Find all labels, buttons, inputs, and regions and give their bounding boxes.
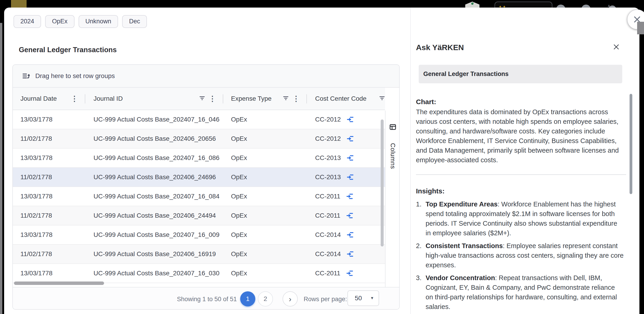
columns-panel-icon (389, 123, 396, 132)
showing-range-text: Showing 1 to 50 of 51 (177, 296, 237, 303)
insight-lead: Consistent Transactions (426, 242, 503, 249)
columns-side-tab[interactable]: Columns (385, 111, 400, 310)
drill-into-icon[interactable] (346, 270, 353, 276)
cell-journal-date: 11/02/1778 (13, 245, 85, 263)
insight-number: 2. (416, 241, 426, 270)
table-row[interactable]: 11/02/1778 UC-999 Actual Costs Base_2024… (13, 206, 385, 225)
cell-cost-center-code: CC-2011 (307, 187, 385, 206)
cell-journal-date: 13/03/1778 (13, 225, 85, 244)
cell-journal-id: UC-999 Actual Costs Base_202407_16_009 (85, 225, 223, 244)
drill-into-icon[interactable] (347, 232, 354, 238)
vertical-scrollbar-thumb[interactable] (381, 120, 384, 247)
cell-cost-center-code: CC-2013 (307, 149, 385, 167)
cell-journal-id: UC-999 Actual Costs Base_202407_16_046 (85, 110, 223, 129)
page-button-2[interactable]: 2 (258, 291, 273, 307)
background-circle-icon (556, 4, 566, 7)
column-menu-icon[interactable]: ⋮ (209, 95, 216, 102)
table-row[interactable]: 13/03/1778 UC-999 Actual Costs Base_2024… (13, 187, 385, 206)
rows-per-page-select[interactable]: 50 ▼ (348, 291, 379, 306)
chip-expense-type[interactable]: OpEx (45, 15, 74, 28)
context-reference-label: General Ledger Transactions (423, 70, 508, 78)
chart-heading: Chart (416, 98, 434, 106)
section-divider (416, 174, 626, 175)
background-app-topbar: FinOne ✦ ✦ ▲ (0, 0, 644, 7)
cell-cost-center-code: CC-2012 (307, 110, 385, 129)
ask-yarken-pill-button: ✦ ✦ (494, 1, 552, 7)
header-journal-id[interactable]: Journal ID ⋮ (85, 88, 223, 110)
finone-logo: FinOne (465, 1, 480, 7)
cell-journal-date: 11/02/1778 (13, 168, 85, 186)
cell-expense-type: OpEx (223, 245, 307, 263)
page-button-1[interactable]: 1 (240, 291, 255, 307)
cell-expense-type: OpEx (223, 225, 307, 244)
chip-unknown[interactable]: Unknown (78, 15, 118, 28)
table-row[interactable]: 13/03/1778 UC-999 Actual Costs Base_2024… (13, 149, 385, 168)
insight-item: 2. Consistent Transactions: Employee sal… (416, 241, 624, 270)
filter-icon[interactable] (283, 95, 289, 103)
cell-journal-date: 11/02/1778 (13, 129, 85, 148)
table-row[interactable]: 11/02/1778 UC-999 Actual Costs Base_2024… (13, 129, 385, 149)
filter-chips-row: 2024 OpEx Unknown Dec (14, 15, 147, 28)
transactions-grid: Drag here to set row groups Journal Date… (12, 64, 400, 310)
insight-lead: Top Expenditure Areas (426, 200, 498, 208)
drill-into-icon[interactable] (347, 174, 354, 180)
drill-into-icon[interactable] (346, 193, 353, 199)
panel-close-button[interactable] (612, 43, 620, 51)
insight-item: 1. Top Expenditure Areas: Workforce Enab… (416, 199, 624, 238)
row-group-drop-zone[interactable]: Drag here to set row groups (13, 65, 399, 88)
chip-year[interactable]: 2024 (14, 15, 41, 28)
cell-expense-type: OpEx (223, 206, 307, 225)
filter-icon[interactable] (199, 95, 205, 103)
header-expense-type[interactable]: Expense Type ⋮ (223, 88, 307, 110)
background-circle-icon (582, 4, 590, 7)
background-scrollbar-block (637, 22, 644, 34)
cell-journal-date: 13/03/1778 (13, 264, 85, 283)
cell-cost-center-code: CC-2014 (307, 245, 385, 263)
cell-journal-id: UC-999 Actual Costs Base_202406_16919 (85, 245, 223, 263)
cell-journal-id: UC-999 Actual Costs Base_202407_16_086 (85, 149, 223, 167)
grid-header-row: Journal Date ⋮ Journal ID ⋮ (13, 88, 385, 110)
insights-list: 1. Top Expenditure Areas: Workforce Enab… (416, 199, 624, 314)
header-journal-date[interactable]: Journal Date ⋮ (13, 88, 85, 110)
cell-journal-date: 11/02/1778 (13, 206, 85, 225)
cell-journal-id: UC-999 Actual Costs Base_202407_16_084 (85, 187, 223, 206)
column-menu-icon[interactable]: ⋮ (71, 95, 78, 102)
drill-into-icon[interactable] (347, 155, 354, 161)
drill-into-icon[interactable] (347, 251, 354, 257)
chip-month[interactable]: Dec (122, 15, 147, 28)
table-row[interactable]: 13/03/1778 UC-999 Actual Costs Base_2024… (13, 110, 385, 129)
header-cost-center-code[interactable]: Cost Center Code ⋮ (307, 88, 385, 110)
table-row[interactable]: 13/03/1778 UC-999 Actual Costs Base_2024… (13, 264, 385, 283)
chart-summary-section: Chart: The expenditures data is dominate… (416, 98, 623, 165)
cell-expense-type: OpEx (223, 187, 307, 206)
table-row[interactable]: 11/02/1778 UC-999 Actual Costs Base_2024… (13, 168, 385, 187)
cell-journal-id: UC-999 Actual Costs Base_202407_16_030 (85, 264, 223, 283)
insights-heading: Insights (416, 187, 442, 195)
column-menu-icon[interactable]: ⋮ (292, 95, 300, 102)
columns-tab-label: Columns (389, 143, 396, 169)
grid-area: Journal Date ⋮ Journal ID ⋮ (13, 88, 399, 287)
filter-icon[interactable] (379, 95, 385, 103)
cell-cost-center-code: CC-2014 (307, 225, 385, 244)
drill-into-icon[interactable] (347, 136, 354, 142)
next-page-button[interactable]: › (282, 291, 298, 307)
row-groups-icon (22, 72, 30, 80)
table-row[interactable]: 13/03/1778 UC-999 Actual Costs Base_2024… (13, 225, 385, 245)
cell-journal-id: UC-999 Actual Costs Base_202406_24494 (85, 206, 223, 225)
cell-expense-type: OpEx (223, 264, 307, 283)
panel-scrollbar-thumb[interactable] (630, 94, 632, 194)
chevron-right-icon: › (289, 295, 291, 304)
row-group-hint: Drag here to set row groups (35, 72, 115, 80)
table-row[interactable]: 11/02/1778 UC-999 Actual Costs Base_2024… (13, 245, 385, 264)
horizontal-scrollbar-thumb[interactable] (14, 282, 104, 285)
cell-journal-date: 13/03/1778 (13, 149, 85, 167)
page-title: General Ledger Transactions (19, 46, 117, 54)
drill-into-icon[interactable] (346, 213, 353, 219)
cell-journal-date: 13/03/1778 (13, 187, 85, 206)
grid-footer: Showing 1 to 50 of 51 1 2 › Rows per pag… (13, 287, 399, 310)
cell-cost-center-code: CC-2012 (307, 129, 385, 148)
rows-per-page-label: Rows per page: (304, 296, 347, 303)
drill-into-icon[interactable] (347, 117, 354, 123)
sparkle-icon: ✦ (502, 4, 506, 8)
cell-journal-date: 13/03/1778 (13, 110, 85, 129)
